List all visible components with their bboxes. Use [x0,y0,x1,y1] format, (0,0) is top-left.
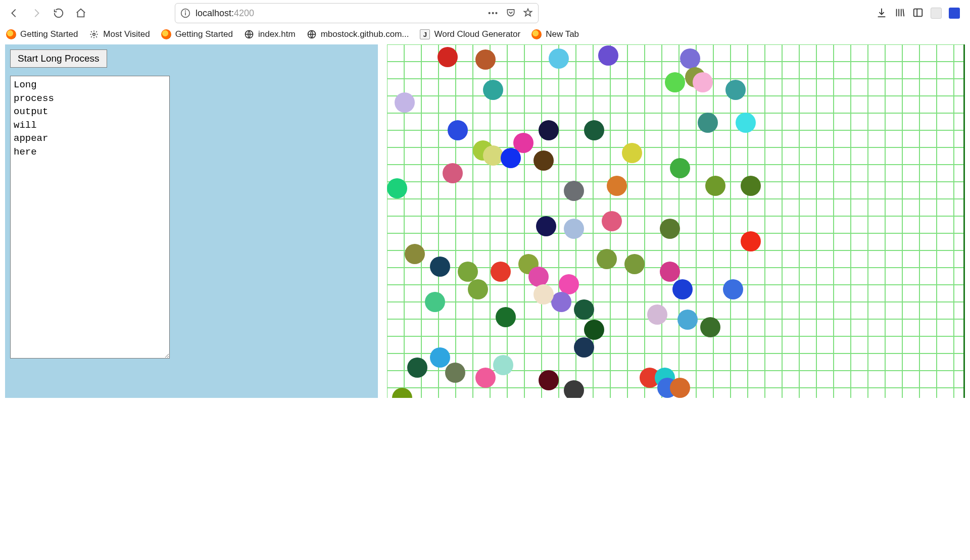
bookmark-item[interactable]: New Tab [531,29,579,39]
extension-icon-2[interactable] [949,8,960,19]
data-point-dot [584,320,604,340]
nav-toolbar: localhost:4200 ••• [0,0,970,26]
data-point-dot [660,219,680,239]
firefox-icon [531,29,542,39]
data-point-dot [622,143,642,163]
home-button[interactable] [72,4,90,22]
data-point-dot [584,120,604,140]
data-point-dot [660,262,680,282]
bookmark-label: Getting Started [20,29,78,39]
bookmark-star-icon[interactable] [523,8,533,19]
data-point-dot [438,47,458,67]
data-point-dot [736,113,756,133]
bookmark-item[interactable]: Getting Started [6,29,78,39]
downloads-icon[interactable] [876,7,887,20]
pocket-icon[interactable] [506,8,516,19]
data-point-dot [405,244,425,264]
data-point-dot [672,279,693,299]
data-point-dot [475,368,496,388]
globe-icon [307,29,317,39]
data-point-dot [741,231,761,251]
data-point-dot [597,249,617,269]
data-point-dot [564,181,584,201]
data-point-dot [741,176,761,196]
data-point-dot [458,262,478,282]
gear-icon [89,29,99,39]
left-panel: Start Long Process [5,44,378,398]
data-point-dot [528,267,549,287]
visualization-panel [387,44,965,398]
data-point-dot [534,150,554,171]
data-point-dot [468,279,488,299]
data-point-dot [693,72,713,92]
data-point-dot [698,113,718,133]
data-point-dot [574,337,594,358]
firefox-icon [6,29,16,39]
data-point-dot [665,72,685,92]
sidebar-toggle-icon[interactable] [912,7,924,20]
data-point-dot [475,49,496,70]
data-point-dot [574,299,594,320]
address-bar[interactable]: localhost:4200 ••• [175,3,539,23]
forward-button[interactable] [27,4,45,22]
url-port: 4200 [234,8,254,19]
data-point-dot [536,216,556,236]
j-favicon: J [420,29,430,39]
browser-chrome: localhost:4200 ••• [0,0,970,44]
bookmark-label: Most Visited [103,29,150,39]
data-point-dot [559,274,579,294]
data-point-dot [725,80,746,100]
data-point-dot [448,120,468,140]
bookmarks-bar: Getting StartedMost VisitedGetting Start… [0,26,970,44]
bookmark-item[interactable]: JWord Cloud Generator [420,29,520,39]
data-point-dot [493,355,513,375]
data-point-dot [723,279,743,299]
bookmark-label: mbostock.github.com... [321,29,409,39]
reload-button[interactable] [50,4,68,22]
data-point-dot [680,48,700,69]
data-point-dot [677,310,698,330]
data-point-dot [670,378,690,398]
data-point-dot [445,363,465,383]
data-point-dot [395,92,415,113]
globe-icon [244,29,254,39]
data-point-dot [496,307,516,327]
data-point-dot [647,304,667,325]
svg-rect-7 [914,9,923,16]
url-text: localhost:4200 [196,8,483,19]
data-point-dot [539,370,559,390]
data-point-dot [534,284,554,304]
data-point-dot [491,262,511,282]
bookmark-item[interactable]: Getting Started [161,29,233,39]
extension-icon-1[interactable] [931,8,942,19]
library-icon[interactable] [894,7,905,20]
address-bar-actions: ••• [488,8,533,19]
bookmark-label: index.htm [258,29,296,39]
bookmark-item[interactable]: mbostock.github.com... [307,29,409,39]
firefox-icon [161,29,171,39]
bookmark-label: Word Cloud Generator [434,29,520,39]
data-point-dot [705,176,725,196]
bookmark-item[interactable]: Most Visited [89,29,150,39]
svg-line-6 [903,9,904,16]
data-point-dot [602,211,622,231]
bookmark-item[interactable]: index.htm [244,29,296,39]
data-point-dot [564,380,584,398]
data-point-dot [443,163,463,183]
page-content: Start Long Process [0,44,970,403]
svg-point-9 [93,33,95,36]
data-point-dot [539,120,559,140]
data-point-dot [483,80,503,100]
data-point-dot [670,158,690,178]
back-button[interactable] [5,4,23,22]
data-point-dot [425,292,445,312]
site-info-icon[interactable] [180,8,190,18]
data-point-dot [607,176,627,196]
page-actions-icon[interactable]: ••• [488,9,499,17]
svg-point-2 [185,11,186,11]
process-output-textarea[interactable] [10,76,170,359]
toolbar-right-icons [876,7,965,20]
start-long-process-button[interactable]: Start Long Process [10,49,107,68]
data-point-dot [483,145,503,166]
data-point-dot [549,48,569,69]
